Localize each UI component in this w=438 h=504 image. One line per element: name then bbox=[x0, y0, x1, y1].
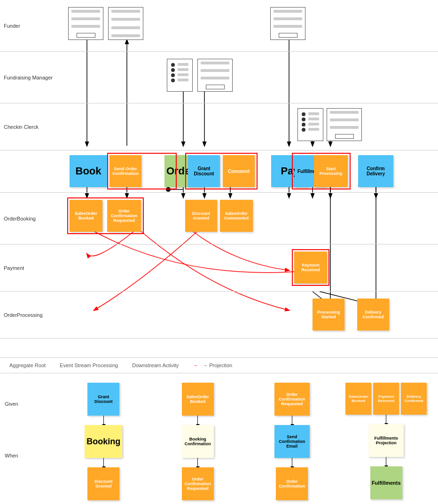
legend-projection-label: → Projection bbox=[203, 362, 232, 368]
note-payment-received: Payment Received bbox=[294, 252, 327, 284]
bottom-col-1: Grant Discount Booking Discount Granted bbox=[56, 383, 151, 504]
fundraising-lane: Fundraising Manager bbox=[0, 52, 438, 103]
note-bottom-c4-given2: Payment Received bbox=[373, 383, 399, 415]
note-delivery-confirmed: Delivery Confirmed bbox=[357, 299, 389, 331]
legend-row: Aggregate Root Event Stream Processing D… bbox=[0, 357, 438, 373]
fundraising-label: Fundraising Manager bbox=[4, 75, 53, 80]
arrow-c4-1 bbox=[386, 415, 386, 424]
note-grant-discount: Grant Discount bbox=[188, 155, 220, 187]
note-bottom-c1-then: Discount Granted bbox=[87, 467, 119, 500]
note-bottom-c1-when: Booking bbox=[85, 425, 122, 458]
checkin-lane: Checkin Clerck bbox=[0, 103, 438, 150]
note-confirm-delivery: Confirm Delivery bbox=[358, 155, 393, 187]
note-comment: Comment bbox=[223, 155, 255, 187]
legend-aggregate-label: Aggregate Root bbox=[9, 362, 46, 368]
note-bottom-c3-given: Order Confirmation Requested bbox=[274, 383, 310, 416]
checkin-label: Checkin Clerck bbox=[4, 124, 39, 130]
arrow-c2-2 bbox=[197, 458, 198, 467]
wireframe-funder-2 bbox=[108, 7, 143, 40]
note-order-confirmation-requested: Order Confirmation Requested bbox=[107, 200, 141, 232]
note-sales-order-booked: SalesOrder Booked bbox=[70, 200, 102, 232]
wireframe-funder-1 bbox=[68, 7, 103, 40]
funder-label: Funder bbox=[4, 23, 20, 29]
note-bottom-c2-then: Order Confirmation Requested bbox=[182, 467, 214, 500]
wireframe-cc-1 bbox=[297, 108, 323, 141]
note-book: Book bbox=[70, 155, 107, 187]
legend-aggregate: Aggregate Root bbox=[9, 362, 46, 368]
note-bottom-c1-given: Grant Discount bbox=[87, 383, 119, 416]
bottom-col-4: SalesOrder Booked Payment Received Deliv… bbox=[339, 383, 434, 504]
order-processing-label: OrderProcessing bbox=[4, 312, 43, 318]
arrow-c1-1 bbox=[103, 416, 104, 425]
bottom-c4-given-group: SalesOrder Booked Payment Received Deliv… bbox=[345, 383, 427, 415]
note-discount-granted: Discount Granted bbox=[185, 200, 217, 232]
payment-lane: Payment Payment Received bbox=[0, 244, 438, 291]
note-start-processing: Start Processing bbox=[314, 155, 348, 187]
main-diagram: Funder bbox=[0, 0, 438, 357]
note-bottom-c4-then: Fulfillments bbox=[370, 466, 402, 499]
legend-event-stream-label: Event Stream Processing bbox=[60, 362, 118, 368]
note-bottom-c2-given: SalesOrder Booked bbox=[182, 383, 214, 416]
wireframe-funder-3 bbox=[270, 7, 305, 40]
note-bottom-c4-given3: Delivery Confirmed bbox=[401, 383, 427, 415]
bottom-col-3: Order Confirmation Requested Send Confir… bbox=[245, 383, 339, 504]
legend-arrow-right-icon: → bbox=[193, 362, 198, 368]
arrow-c4-2 bbox=[386, 457, 386, 466]
bottom-columns: Grant Discount Booking Discount Granted bbox=[56, 383, 433, 504]
arrow-c1-2 bbox=[103, 458, 104, 467]
arrow-c3-2 bbox=[292, 458, 292, 467]
note-bottom-c3-then: Order Confirmation bbox=[276, 467, 308, 500]
bottom-section: Given When Then Grant Discount bbox=[0, 373, 438, 504]
legend-projection: → → Projection bbox=[193, 362, 232, 368]
diagram-container: Funder bbox=[0, 0, 438, 504]
order-booking-lane: OrderBooking SalesOrder Booked Order Con… bbox=[0, 193, 438, 244]
order-processing-lane: OrderProcessing Processing Started Deliv… bbox=[0, 291, 438, 339]
arrow-c3-1 bbox=[292, 416, 292, 425]
note-bottom-c4-given1: SalesOrder Booked bbox=[345, 383, 371, 415]
funder-lane: Funder bbox=[0, 0, 438, 52]
legend-downstream: Downstream Activity bbox=[132, 362, 179, 368]
legend-downstream-label: Downstream Activity bbox=[132, 362, 179, 368]
given-row-label: Given bbox=[5, 383, 56, 425]
note-bottom-c4-when: Fulfillments Projection bbox=[368, 424, 404, 457]
bottom-col-2: SalesOrder Booked Booking Confirmation O… bbox=[151, 383, 245, 504]
note-bottom-c3-when: Send Confirmation Email bbox=[274, 425, 310, 458]
payment-label: Payment bbox=[4, 265, 24, 271]
legend-event-stream: Event Stream Processing bbox=[60, 362, 118, 368]
note-send-order-confirmation: Send Order Confirmation bbox=[110, 155, 141, 187]
note-processing-started: Processing Started bbox=[313, 299, 344, 331]
wireframe-fm-1 bbox=[167, 59, 193, 92]
when-row-label: When bbox=[5, 434, 56, 477]
bottom-row-labels: Given When Then bbox=[5, 383, 56, 504]
arrow-c2-1 bbox=[197, 416, 198, 425]
note-sales-order-commented: SalesOrder Commented bbox=[220, 200, 253, 232]
wireframe-cc-2 bbox=[327, 108, 362, 141]
note-bottom-c2-when: Booking Confirmation bbox=[182, 425, 214, 458]
order-booking-label: OrderBooking bbox=[4, 216, 36, 221]
tasks-lane: Book Send Order Confirmation Orders Gran… bbox=[0, 150, 438, 193]
wireframe-fm-2 bbox=[197, 59, 233, 92]
then-row-label: Then bbox=[5, 486, 56, 504]
